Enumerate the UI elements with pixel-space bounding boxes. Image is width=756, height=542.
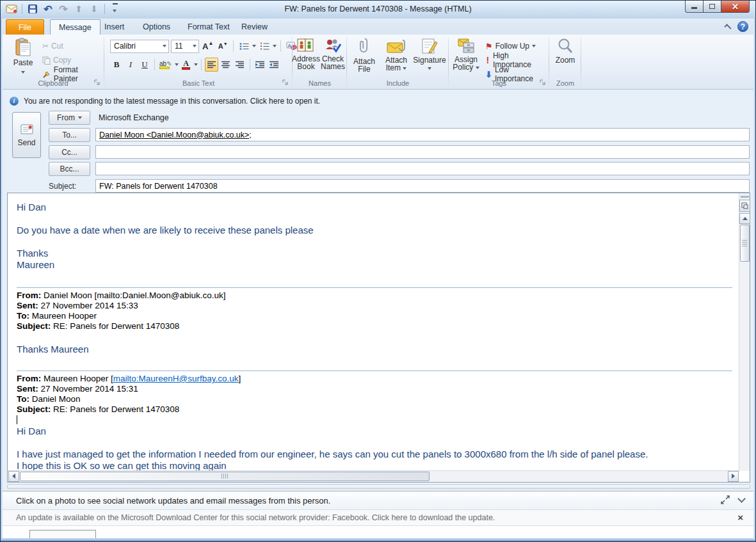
tab-message[interactable]: Message: [50, 19, 101, 35]
numbering-button[interactable]: [258, 39, 271, 53]
cut-button: ✂Cut: [42, 40, 63, 52]
to-recipient[interactable]: Daniel Moon <Daniel.Moon@abiuk.co.uk>;: [99, 131, 252, 139]
basic-text-dialog-launcher[interactable]: [282, 79, 289, 86]
quoted-header-1: From: Daniel Moon [mailto:Daniel.Moon@ab…: [17, 288, 727, 331]
attach-item-button[interactable]: Attach Item: [381, 38, 412, 72]
scroll-up-arrow[interactable]: [739, 213, 750, 224]
body-question: Do you have a date when we are likely to…: [17, 225, 727, 236]
ribbon-group-names: Address Book Check Names Names: [293, 35, 346, 89]
zoom-button[interactable]: Zoom: [551, 38, 580, 64]
horizontal-scrollbar[interactable]: [8, 470, 739, 481]
grow-font-button[interactable]: A▲: [201, 39, 214, 53]
font-color-button[interactable]: A: [180, 58, 193, 72]
tags-dialog-launcher[interactable]: [539, 79, 547, 86]
browse-pages-icon[interactable]: [739, 200, 750, 212]
dismiss-update-icon[interactable]: ×: [737, 513, 743, 522]
numbering-caret[interactable]: [273, 45, 277, 47]
cc-field[interactable]: [95, 145, 750, 159]
align-right-button[interactable]: [234, 58, 246, 72]
high-importance-button[interactable]: ! High Importance: [485, 54, 549, 67]
italic-button[interactable]: I: [124, 58, 137, 72]
message-text[interactable]: Hi Dan Do you have a date when we are li…: [17, 193, 727, 472]
font-size-select[interactable]: 11: [171, 40, 199, 53]
shrink-font-button[interactable]: A▼: [216, 39, 229, 53]
bcc-button[interactable]: Bcc...: [49, 162, 90, 176]
low-importance-icon: ⬇: [485, 70, 492, 79]
assign-policy-button[interactable]: Assign Policy: [451, 38, 481, 71]
window-title: FW: Panels for Derwent 1470308 - Message…: [1, 4, 755, 13]
font-name-select[interactable]: Calibri: [110, 40, 169, 53]
window-controls: ✕: [685, 1, 750, 13]
underline-button[interactable]: U: [138, 58, 151, 72]
people-pane-splitter[interactable]: [7, 484, 750, 489]
decrease-indent-icon: [255, 61, 265, 69]
body-request-1: I have just managed to get the informati…: [17, 449, 727, 460]
ribbon-group-clipboard: Paste ✂Cut Copy Format Painter Clipboard: [3, 35, 104, 89]
decrease-indent-button[interactable]: [253, 58, 266, 72]
paste-button[interactable]: Paste: [8, 38, 38, 76]
ribbon-tab-row: File Message Insert Options Format Text …: [3, 19, 753, 35]
bullets-button[interactable]: [237, 39, 250, 53]
tab-format-text[interactable]: Format Text: [179, 19, 238, 35]
tab-options[interactable]: Options: [134, 19, 179, 35]
bold-button[interactable]: B: [110, 58, 123, 72]
to-button[interactable]: To...: [49, 128, 90, 142]
tab-file[interactable]: File: [6, 19, 44, 35]
subject-label: Subject:: [49, 182, 88, 191]
message-body[interactable]: Hi Dan Do you have a date when we are li…: [7, 193, 750, 482]
splitter-handle[interactable]: [741, 196, 749, 198]
social-update-row[interactable]: An update is available on the Microsoft …: [3, 509, 753, 526]
address-book-button[interactable]: Address Book: [292, 38, 320, 70]
numbering-icon: [260, 42, 269, 51]
people-pane-hint: Click on a photo to see social network u…: [16, 496, 330, 506]
minimize-button[interactable]: [685, 1, 704, 13]
cut-icon: ✂: [42, 42, 49, 51]
bullets-caret[interactable]: [252, 45, 256, 47]
follow-up-button[interactable]: ⚑ Follow Up: [485, 40, 536, 52]
scroll-left-arrow[interactable]: [8, 471, 19, 482]
help-icon[interactable]: ?: [737, 21, 748, 32]
ribbon-group-basic-text: Calibri 11 A▲ A▼ Aa: [105, 35, 292, 89]
mailto-link[interactable]: mailto:MaureenH@surfbay.co.uk: [113, 374, 239, 383]
signature-button[interactable]: Signature: [412, 38, 447, 72]
align-center-button[interactable]: [220, 58, 232, 72]
copy-icon: [42, 56, 51, 65]
highlight-caret[interactable]: [175, 63, 179, 66]
check-names-button[interactable]: Check Names: [319, 38, 347, 70]
paste-dropdown-caret[interactable]: [21, 71, 25, 74]
increase-indent-button[interactable]: [268, 58, 280, 72]
vertical-scrollbar[interactable]: [739, 193, 750, 471]
from-button[interactable]: From: [49, 111, 90, 125]
to-field[interactable]: Daniel Moon <Daniel.Moon@abiuk.co.uk>;: [95, 128, 750, 141]
clipboard-dialog-launcher[interactable]: [93, 79, 101, 86]
social-update-text[interactable]: An update is available on the Microsoft …: [16, 513, 495, 522]
scroll-right-arrow[interactable]: [728, 471, 739, 482]
vertical-scroll-thumb[interactable]: [740, 225, 750, 262]
close-button[interactable]: ✕: [721, 1, 750, 13]
info-bar[interactable]: i You are not responding to the latest m…: [3, 94, 753, 108]
body-greeting-2: Hi Dan: [17, 426, 727, 437]
tab-insert[interactable]: Insert: [96, 19, 133, 35]
high-importance-icon: !: [485, 55, 490, 65]
attach-file-button[interactable]: Attach File: [350, 38, 379, 73]
zoom-magnifier-icon: [557, 38, 574, 54]
quoted-header-2: From: Maureen Hooper [mailto:MaureenH@su…: [17, 371, 727, 425]
highlight-button[interactable]: ab✎: [158, 58, 173, 72]
send-button[interactable]: Send: [12, 112, 41, 158]
bcc-field[interactable]: [95, 162, 750, 175]
ribbon-group-zoom: Zoom Zoom: [550, 35, 581, 89]
collapse-ribbon-icon[interactable]: [724, 24, 731, 31]
cc-button[interactable]: Cc...: [49, 145, 90, 159]
info-bar-text[interactable]: You are not responding to the latest mes…: [24, 97, 320, 106]
tab-review[interactable]: Review: [233, 19, 276, 35]
expand-people-pane-icon[interactable]: [721, 495, 730, 504]
font-color-caret[interactable]: [194, 63, 198, 66]
font-color-icon: A: [182, 60, 190, 70]
address-book-icon: [297, 38, 315, 53]
maximize-button[interactable]: [704, 1, 721, 13]
subject-field[interactable]: FW: Panels for Derwent 1470308: [95, 179, 750, 193]
people-pane-chevron-icon[interactable]: [737, 495, 746, 503]
horizontal-scroll-thumb[interactable]: [20, 472, 430, 481]
align-left-button[interactable]: [205, 58, 218, 72]
info-icon: i: [10, 97, 19, 106]
